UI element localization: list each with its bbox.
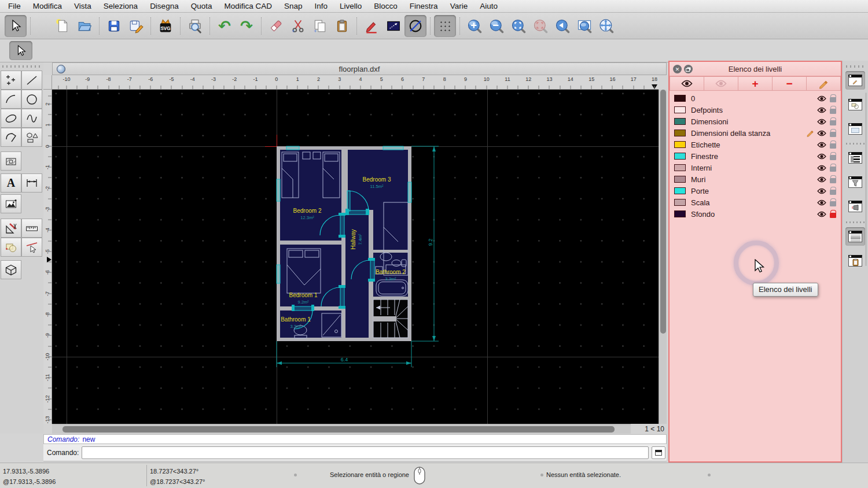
menu-file[interactable]: File bbox=[8, 2, 21, 10]
palette-handle[interactable] bbox=[2, 65, 41, 68]
layer-row-sfondo[interactable]: Sfondo bbox=[670, 208, 840, 220]
image-tool[interactable] bbox=[1, 194, 21, 213]
menu-quota[interactable]: Quota bbox=[191, 2, 212, 10]
dock-handle[interactable] bbox=[846, 65, 865, 68]
layer-row-finestre[interactable]: Finestre bbox=[670, 150, 840, 162]
layer-row-etichette[interactable]: Etichette bbox=[670, 139, 840, 150]
layer-row-defpoints[interactable]: Defpoints bbox=[670, 104, 840, 116]
arc-tool[interactable] bbox=[1, 90, 21, 109]
layer-visibility-toggle[interactable] bbox=[816, 95, 827, 102]
layer-list-toggle[interactable] bbox=[845, 149, 865, 167]
layer-row-dimensioni[interactable]: Dimensioni bbox=[670, 116, 840, 127]
spline-tool[interactable] bbox=[21, 109, 42, 128]
ellipse-tool[interactable] bbox=[1, 109, 21, 128]
points-tool[interactable] bbox=[1, 71, 21, 90]
layer-row-muri[interactable]: Muri bbox=[670, 173, 840, 185]
layer-lock-toggle[interactable] bbox=[827, 129, 838, 137]
svg-export-button[interactable]: SVG bbox=[155, 15, 176, 37]
layer-lock-toggle[interactable] bbox=[827, 141, 838, 149]
attributes-pencil-button[interactable] bbox=[361, 15, 382, 37]
block-tool[interactable] bbox=[1, 238, 21, 257]
layer-visibility-toggle[interactable] bbox=[816, 107, 827, 113]
layer-row-scala[interactable]: Scala bbox=[670, 197, 840, 208]
layer-visibility-toggle[interactable] bbox=[816, 153, 827, 160]
selection-filter-toggle[interactable] bbox=[845, 173, 865, 191]
save-as-button[interactable] bbox=[125, 15, 147, 37]
layer-row-porte[interactable]: Porte bbox=[670, 185, 840, 197]
eye-icon[interactable] bbox=[817, 107, 826, 113]
menu-seleziona[interactable]: Seleziona bbox=[104, 2, 138, 10]
eye-icon[interactable] bbox=[817, 153, 826, 160]
menu-finestra[interactable]: Finestra bbox=[410, 2, 438, 10]
layer-visibility-toggle[interactable] bbox=[816, 142, 827, 148]
zoom-selection-button[interactable] bbox=[529, 15, 551, 37]
select-tool-button[interactable] bbox=[5, 15, 27, 37]
snap-free-button[interactable] bbox=[404, 15, 426, 37]
layer-row-0[interactable]: 0 bbox=[670, 93, 840, 104]
zoom-in-button[interactable] bbox=[464, 15, 486, 37]
eye-icon[interactable] bbox=[817, 119, 826, 125]
menu-blocco[interactable]: Blocco bbox=[374, 2, 398, 10]
shapes-tool[interactable] bbox=[21, 128, 42, 147]
layer-visibility-toggle[interactable] bbox=[816, 165, 827, 171]
eye-icon[interactable] bbox=[817, 176, 826, 183]
remove-layer-button[interactable]: − bbox=[773, 76, 807, 91]
circle-tool[interactable] bbox=[21, 90, 42, 109]
layer-visibility-toggle[interactable] bbox=[816, 119, 827, 125]
layer-visibility-toggle[interactable] bbox=[816, 176, 827, 183]
vertical-scrollbar[interactable] bbox=[659, 90, 667, 424]
new-document-button[interactable] bbox=[52, 15, 73, 37]
print-preview-button[interactable] bbox=[184, 15, 206, 37]
measure-tool[interactable] bbox=[21, 219, 42, 238]
layer-lock-toggle[interactable] bbox=[827, 94, 838, 102]
layer-row-interni[interactable]: Interni bbox=[670, 162, 840, 173]
command-line-toggle[interactable] bbox=[845, 227, 865, 246]
menu-info[interactable]: Info bbox=[315, 2, 328, 10]
dock-scrollbar[interactable] bbox=[865, 93, 867, 266]
zoom-window-button[interactable] bbox=[573, 15, 595, 37]
eye-icon[interactable] bbox=[817, 188, 826, 194]
property-editor-toggle[interactable] bbox=[845, 71, 865, 90]
vertical-scrollbar-thumb[interactable] bbox=[660, 90, 666, 334]
layer-visibility-toggle[interactable] bbox=[816, 130, 827, 136]
line-tool-button[interactable] bbox=[382, 15, 404, 37]
block-list-toggle[interactable] bbox=[845, 95, 865, 114]
layer-visibility-toggle[interactable] bbox=[816, 188, 827, 194]
eye-icon[interactable] bbox=[817, 165, 826, 171]
eye-icon[interactable] bbox=[817, 95, 826, 102]
zoom-auto-button[interactable] bbox=[507, 15, 529, 37]
hide-all-layers-button[interactable] bbox=[704, 76, 738, 91]
modify-tool[interactable] bbox=[1, 219, 21, 238]
layer-visibility-toggle[interactable] bbox=[816, 211, 827, 217]
relative-zero-toggle[interactable] bbox=[845, 197, 865, 216]
layer-lock-toggle[interactable] bbox=[827, 117, 838, 125]
eye-icon[interactable] bbox=[817, 211, 826, 217]
layer-lock-toggle[interactable] bbox=[827, 175, 838, 183]
grid-toggle-button[interactable] bbox=[434, 15, 456, 37]
layer-lock-toggle[interactable] bbox=[827, 106, 838, 114]
solid-3d-tool[interactable] bbox=[1, 260, 21, 279]
layer-lock-toggle[interactable] bbox=[827, 198, 838, 206]
edit-layer-button[interactable] bbox=[807, 76, 841, 91]
eye-icon[interactable] bbox=[817, 142, 826, 148]
layer-panel-titlebar[interactable]: ✕ Elenco dei livelli bbox=[670, 62, 841, 76]
dimension-tool[interactable] bbox=[21, 173, 42, 193]
menu-disegna[interactable]: Disegna bbox=[150, 2, 179, 10]
layer-lock-toggle[interactable] bbox=[827, 152, 838, 160]
layer-lock-toggle[interactable] bbox=[827, 164, 838, 172]
command-input[interactable] bbox=[82, 446, 649, 459]
detach-icon[interactable] bbox=[684, 65, 693, 73]
menu-modifica-cad[interactable]: Modifica CAD bbox=[224, 2, 272, 10]
drawing-canvas[interactable]: Bedroom 212.3m² Bedroom 311.5m² Hallway7… bbox=[52, 90, 659, 424]
zoom-out-button[interactable] bbox=[486, 15, 507, 37]
undo-button[interactable]: ↶ bbox=[214, 15, 236, 37]
close-icon[interactable]: ✕ bbox=[673, 65, 682, 73]
save-button[interactable] bbox=[103, 15, 125, 37]
document-titlebar[interactable]: floorplan.dxf bbox=[52, 62, 667, 75]
text-tool[interactable]: A bbox=[1, 173, 21, 193]
layer-visibility-toggle[interactable] bbox=[816, 199, 827, 206]
zoom-pan-button[interactable] bbox=[595, 15, 617, 37]
layer-lock-toggle[interactable] bbox=[827, 210, 838, 218]
menu-livello[interactable]: Livello bbox=[340, 2, 362, 10]
delete-button[interactable] bbox=[265, 15, 287, 37]
